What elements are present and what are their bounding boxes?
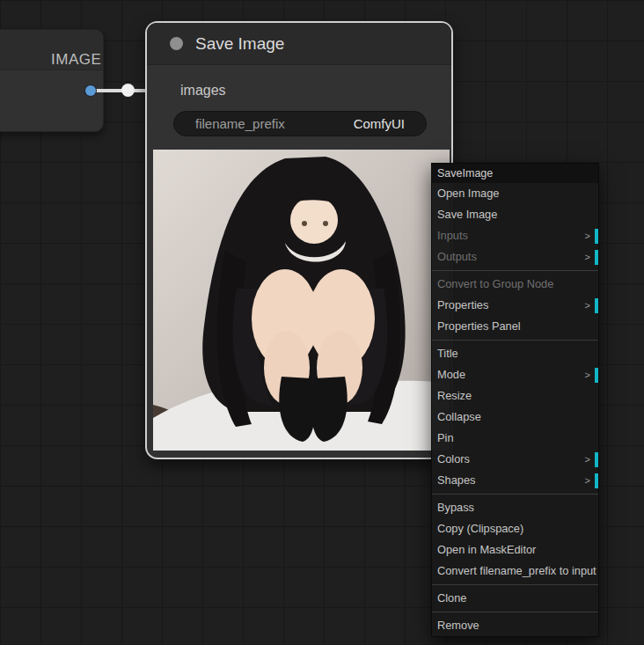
menu-item-label: Title <box>437 347 458 360</box>
context-menu-item-convert-to-group-node: Convert to Group Node <box>432 274 598 295</box>
save-image-node-titlebar[interactable]: Save Image <box>147 23 451 65</box>
menu-item-label: Convert to Group Node <box>437 277 553 290</box>
menu-item-label: Remove <box>437 619 479 632</box>
context-menu-item-resize[interactable]: Resize <box>432 385 598 407</box>
menu-item-label: Mode <box>437 368 465 381</box>
menu-item-label: Pin <box>437 431 454 444</box>
save-image-node[interactable]: Save Image images filename_prefix ComfyU… <box>145 21 453 459</box>
menu-item-label: Convert filename_prefix to input <box>437 564 596 577</box>
menu-item-label: Open in MaskEditor <box>437 543 536 556</box>
menu-separator <box>432 584 598 585</box>
menu-item-label: Save Image <box>437 208 497 221</box>
context-menu-item-remove[interactable]: Remove <box>432 615 598 636</box>
submenu-accent-bar <box>595 229 598 244</box>
context-menu-item-title[interactable]: Title <box>432 343 598 364</box>
menu-item-label: Shapes <box>437 473 475 487</box>
menu-separator <box>432 270 598 271</box>
image-output-label: IMAGE <box>51 51 101 69</box>
link-midpoint-dot[interactable] <box>121 84 135 97</box>
submenu-accent-bar <box>595 473 598 488</box>
context-menu-item-outputs: Outputs> <box>432 246 598 268</box>
menu-item-label: Collapse <box>437 410 481 423</box>
submenu-arrow-icon: > <box>585 470 590 491</box>
context-menu-item-save-image[interactable]: Save Image <box>432 204 598 225</box>
submenu-arrow-icon: > <box>585 449 590 470</box>
submenu-accent-bar <box>595 250 598 265</box>
context-menu-item-properties[interactable]: Properties> <box>432 295 598 316</box>
context-menu-item-collapse[interactable]: Collapse <box>432 407 598 428</box>
menu-item-label: Resize <box>437 389 472 402</box>
context-menu-items: Open ImageSave ImageInputs>Outputs>Conve… <box>432 183 598 636</box>
menu-separator <box>432 494 598 495</box>
node-status-dot-icon[interactable] <box>170 37 183 50</box>
image-preview <box>153 150 450 451</box>
image-source-node[interactable] <box>0 29 104 132</box>
menu-item-label: Clone <box>437 591 466 605</box>
submenu-accent-bar <box>595 298 598 313</box>
menu-item-label: Outputs <box>437 250 477 263</box>
context-menu-item-pin[interactable]: Pin <box>432 428 598 449</box>
menu-item-label: Bypass <box>437 501 474 514</box>
menu-item-label: Inputs <box>437 229 468 242</box>
menu-separator <box>432 340 598 341</box>
context-menu-item-bypass[interactable]: Bypass <box>432 497 598 518</box>
node-graph-canvas[interactable]: IMAGE Save Image images filename_prefix … <box>0 0 644 645</box>
context-menu-item-shapes[interactable]: Shapes> <box>432 470 598 491</box>
menu-item-label: Copy (Clipspace) <box>437 522 523 535</box>
context-menu: SaveImage Open ImageSave ImageInputs>Out… <box>431 163 599 637</box>
context-menu-header: SaveImage <box>432 164 598 183</box>
context-menu-item-colors[interactable]: Colors> <box>432 449 598 470</box>
image-output-slot-dot[interactable] <box>85 85 96 96</box>
widget-name: filename_prefix <box>195 116 285 131</box>
context-menu-item-clone[interactable]: Clone <box>432 588 598 609</box>
context-menu-item-open-image[interactable]: Open Image <box>432 183 598 204</box>
node-title: Save Image <box>195 34 284 54</box>
submenu-arrow-icon: > <box>585 225 590 246</box>
context-menu-item-mode[interactable]: Mode> <box>432 364 598 385</box>
submenu-arrow-icon: > <box>585 246 590 268</box>
menu-separator <box>432 612 598 612</box>
widget-value[interactable]: ComfyUI <box>354 116 405 131</box>
submenu-arrow-icon: > <box>585 295 590 316</box>
menu-item-label: Open Image <box>437 187 499 200</box>
submenu-accent-bar <box>595 368 598 383</box>
context-menu-item-open-in-maskeditor[interactable]: Open in MaskEditor <box>432 539 598 561</box>
context-menu-item-copy-clipspace[interactable]: Copy (Clipspace) <box>432 518 598 539</box>
menu-item-label: Properties <box>437 298 488 312</box>
context-menu-item-properties-panel[interactable]: Properties Panel <box>432 316 598 337</box>
images-input-label: images <box>180 83 226 99</box>
context-menu-item-convert-filename-prefix-to-input[interactable]: Convert filename_prefix to input <box>432 561 598 582</box>
filename-prefix-widget[interactable]: filename_prefix ComfyUI <box>173 111 427 136</box>
menu-item-label: Colors <box>437 452 470 465</box>
preview-image-placeholder <box>153 150 450 451</box>
submenu-arrow-icon: > <box>585 364 590 385</box>
submenu-accent-bar <box>595 452 598 467</box>
menu-item-label: Properties Panel <box>437 319 521 333</box>
context-menu-item-inputs: Inputs> <box>432 225 598 246</box>
